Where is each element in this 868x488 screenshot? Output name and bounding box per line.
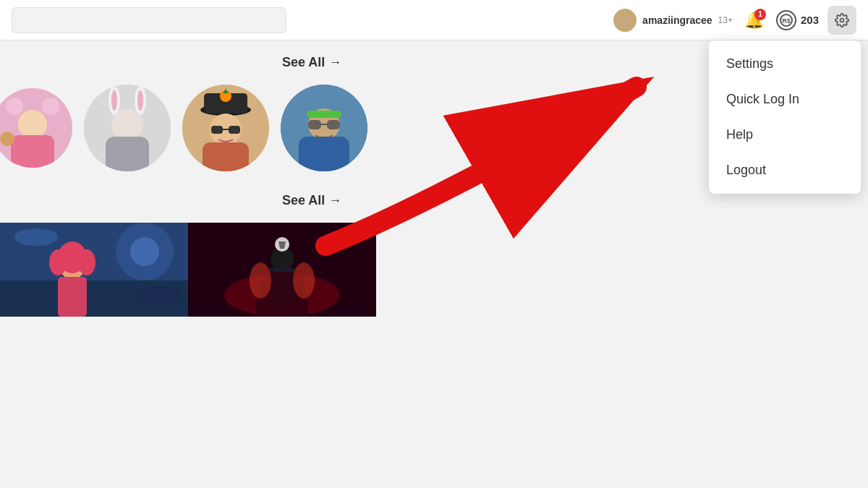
svg-point-6 bbox=[6, 98, 23, 115]
svg-text:R$: R$ bbox=[782, 17, 791, 25]
svg-rect-27 bbox=[203, 142, 249, 171]
dropdown-item-quick-log-in[interactable]: Quick Log In bbox=[709, 82, 861, 117]
dropdown-item-logout[interactable]: Logout bbox=[709, 153, 861, 188]
games-row bbox=[0, 223, 868, 317]
see-all-row-2: See All → bbox=[0, 193, 868, 208]
header: amaziingracee 13+ 🔔 1 R$ 203 bbox=[0, 0, 868, 40]
username-label: amaziingracee bbox=[642, 14, 712, 26]
gear-icon bbox=[835, 13, 849, 27]
notification-button[interactable]: 🔔 1 bbox=[741, 7, 767, 33]
search-input[interactable] bbox=[12, 7, 286, 33]
settings-gear-button[interactable] bbox=[827, 6, 856, 35]
svg-point-8 bbox=[18, 110, 47, 139]
dropdown-item-settings[interactable]: Settings bbox=[709, 46, 861, 82]
game-thumbnail-2[interactable] bbox=[188, 223, 376, 317]
svg-point-16 bbox=[111, 108, 143, 140]
avatar-item bbox=[84, 85, 171, 171]
age-badge: 13+ bbox=[718, 15, 733, 25]
svg-point-14 bbox=[111, 90, 117, 111]
user-avatar bbox=[613, 9, 637, 32]
notification-badge: 1 bbox=[754, 9, 766, 20]
svg-rect-38 bbox=[58, 277, 87, 317]
robux-count: 203 bbox=[801, 14, 819, 26]
avatar-item bbox=[0, 88, 72, 168]
svg-point-40 bbox=[49, 249, 67, 275]
svg-point-0 bbox=[620, 12, 630, 22]
dropdown-item-help[interactable]: Help bbox=[709, 117, 861, 153]
svg-rect-33 bbox=[307, 111, 341, 118]
svg-point-10 bbox=[0, 132, 14, 146]
svg-rect-24 bbox=[211, 126, 223, 134]
robux-icon: R$ bbox=[776, 10, 796, 30]
see-all-link-1[interactable]: See All → bbox=[282, 55, 341, 70]
svg-point-4 bbox=[841, 18, 844, 22]
svg-point-1 bbox=[618, 23, 632, 32]
svg-rect-9 bbox=[11, 135, 54, 168]
svg-point-7 bbox=[42, 98, 59, 115]
svg-rect-25 bbox=[229, 126, 240, 134]
svg-rect-17 bbox=[106, 137, 149, 171]
avatar-figure-4 bbox=[281, 85, 367, 171]
avatar-svg bbox=[613, 9, 637, 32]
avatar-figure-1 bbox=[0, 88, 72, 168]
svg-rect-34 bbox=[299, 137, 349, 171]
avatar-figure-3 bbox=[182, 85, 269, 171]
avatar-item bbox=[281, 85, 367, 171]
user-info[interactable]: amaziingracee 13+ bbox=[613, 9, 733, 32]
svg-point-45 bbox=[137, 286, 181, 304]
svg-point-43 bbox=[130, 237, 159, 266]
svg-point-15 bbox=[137, 90, 143, 111]
svg-point-41 bbox=[78, 249, 95, 275]
svg-point-52 bbox=[293, 262, 315, 299]
svg-point-51 bbox=[250, 262, 271, 299]
avatar-item bbox=[182, 85, 269, 171]
header-right: amaziingracee 13+ 🔔 1 R$ 203 bbox=[613, 6, 856, 35]
svg-rect-31 bbox=[327, 120, 340, 129]
game-art-1 bbox=[0, 223, 188, 317]
svg-point-44 bbox=[14, 228, 58, 246]
robux-container[interactable]: R$ 203 bbox=[776, 10, 819, 30]
game-art-2 bbox=[188, 223, 376, 317]
svg-rect-30 bbox=[308, 120, 321, 129]
avatar-figure-2 bbox=[84, 85, 171, 171]
robux-logo: R$ bbox=[780, 14, 793, 27]
see-all-link-2[interactable]: See All → bbox=[282, 193, 341, 208]
game-thumbnail-1[interactable] bbox=[0, 223, 188, 317]
dropdown-menu: Settings Quick Log In Help Logout bbox=[709, 40, 861, 194]
